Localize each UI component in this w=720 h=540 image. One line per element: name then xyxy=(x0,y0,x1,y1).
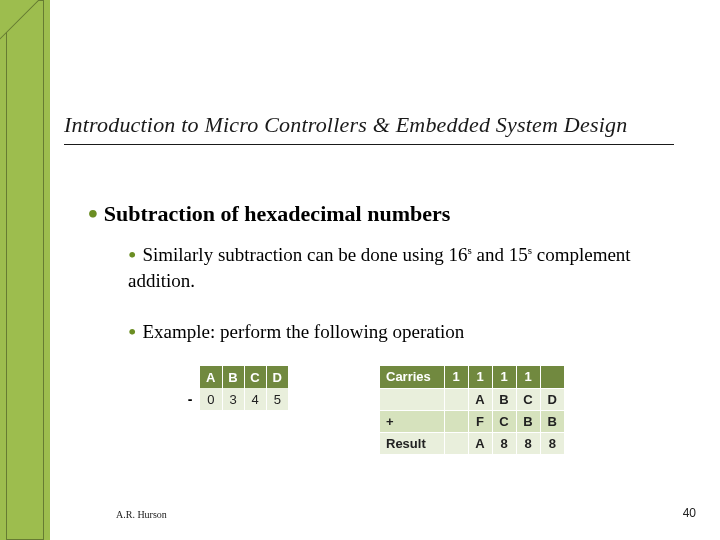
bullet-sub-1: •Similarly subtraction can be done using… xyxy=(128,242,688,293)
hex-digit xyxy=(444,388,468,410)
bullet-sub1-part-b: and 15 xyxy=(472,244,528,265)
result-table: Carries 1 1 1 1 A B C D + F C B B Result… xyxy=(380,366,564,455)
table-row: - 0 3 4 5 xyxy=(180,388,288,410)
minuend-table: A B C D - 0 3 4 5 xyxy=(180,366,288,410)
hex-digit: C xyxy=(516,388,540,410)
hex-digit: 8 xyxy=(516,432,540,454)
hex-digit: 5 xyxy=(266,388,288,410)
hex-digit: B xyxy=(516,410,540,432)
row-label xyxy=(380,388,444,410)
hex-digit: C xyxy=(492,410,516,432)
slide-title: Introduction to Micro Controllers & Embe… xyxy=(64,112,684,138)
table-row: Carries 1 1 1 1 xyxy=(380,366,564,388)
bullet-icon: • xyxy=(88,200,98,228)
row-label: Carries xyxy=(380,366,444,388)
hex-digit: A xyxy=(200,366,222,388)
table-row: + F C B B xyxy=(380,410,564,432)
hex-digit: 1 xyxy=(444,366,468,388)
table-row: A B C D xyxy=(380,388,564,410)
hex-digit: 1 xyxy=(468,366,492,388)
hex-digit: B xyxy=(540,410,564,432)
row-label: Result xyxy=(380,432,444,454)
bullet-sub-2: •Example: perform the following operatio… xyxy=(128,320,688,344)
hex-digit: F xyxy=(468,410,492,432)
bullet-icon: • xyxy=(128,320,136,344)
hex-digit: B xyxy=(222,366,244,388)
hex-digit: 8 xyxy=(540,432,564,454)
hex-digit: D xyxy=(540,388,564,410)
hex-digit: C xyxy=(244,366,266,388)
hex-digit: 1 xyxy=(516,366,540,388)
hex-digit xyxy=(444,410,468,432)
hex-digit: A xyxy=(468,432,492,454)
row-label: + xyxy=(380,410,444,432)
table-row: A B C D xyxy=(180,366,288,388)
bullet-icon: • xyxy=(128,243,136,267)
bullet-sub1-part-a: Similarly subtraction can be done using … xyxy=(142,244,467,265)
table-row: Result A 8 8 8 xyxy=(380,432,564,454)
bullet-main-text: Subtraction of hexadecimal numbers xyxy=(104,201,451,226)
hex-digit xyxy=(444,432,468,454)
hex-digit: 3 xyxy=(222,388,244,410)
left-accent-inner xyxy=(6,0,44,540)
bullet-main: •Subtraction of hexadecimal numbers xyxy=(88,200,688,228)
title-underline xyxy=(64,144,674,145)
hex-digit: 0 xyxy=(200,388,222,410)
footer-author: A.R. Hurson xyxy=(116,509,167,520)
minus-label: - xyxy=(180,388,200,410)
hex-digit: B xyxy=(492,388,516,410)
hex-digit: A xyxy=(468,388,492,410)
hex-digit: 1 xyxy=(492,366,516,388)
hex-digit xyxy=(540,366,564,388)
hex-digit: 4 xyxy=(244,388,266,410)
hex-digit: 8 xyxy=(492,432,516,454)
blank-cell xyxy=(180,366,200,388)
left-accent-bar xyxy=(0,0,50,540)
hex-digit: D xyxy=(266,366,288,388)
bullet-sub2-text: Example: perform the following operation xyxy=(142,321,464,342)
footer-page-number: 40 xyxy=(683,506,696,520)
